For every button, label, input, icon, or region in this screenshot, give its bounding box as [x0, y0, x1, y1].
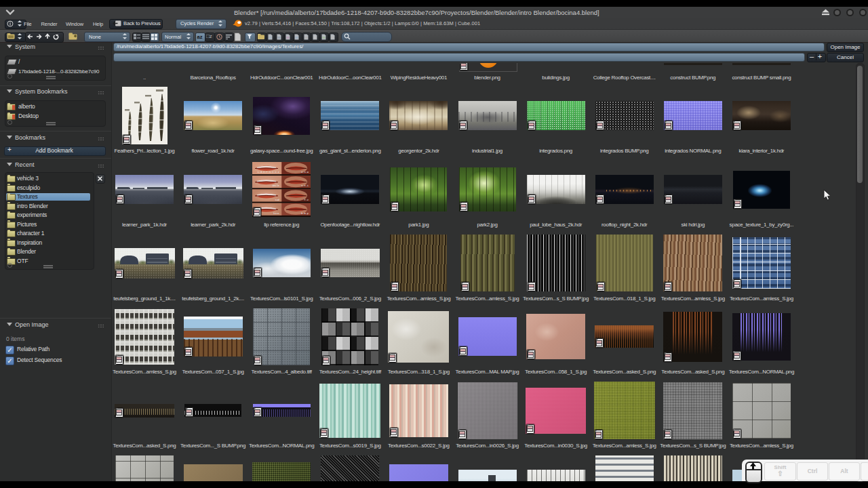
svg-text:kiss: kiss	[274, 212, 280, 215]
svg-text:o.u.w: o.u.w	[301, 171, 309, 174]
svg-text:a.e.i: a.e.i	[301, 184, 309, 187]
svg-text:sad: sad	[275, 199, 279, 201]
svg-text:smile: smile	[272, 184, 279, 187]
svg-text:c.d.n.r.s.t.x.z: c.d.n.r.s.t.x.z	[258, 171, 279, 174]
svg-text:f.v: f.v	[304, 199, 309, 201]
svg-text:b.m.p: b.m.p	[301, 212, 309, 215]
